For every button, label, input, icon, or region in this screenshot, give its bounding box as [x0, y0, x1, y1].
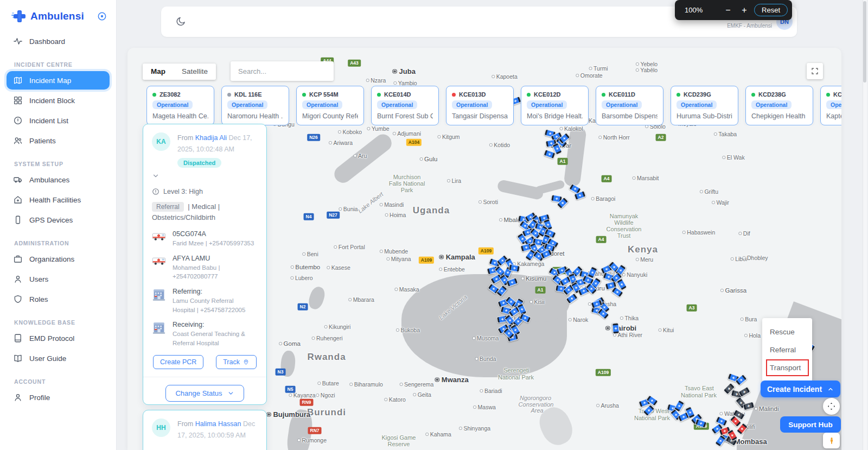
zoom-reset-button[interactable]: Reset — [754, 4, 788, 16]
chevron-up-icon — [827, 386, 834, 392]
sidebar-item-roles[interactable]: Roles — [7, 290, 110, 308]
vehicle-status-dot — [527, 93, 531, 97]
sidebar-item-incident-block[interactable]: Incident Block — [7, 91, 110, 110]
sidebar-item-profile[interactable]: Profile — [7, 388, 110, 407]
incident-map[interactable]: EzoNzaraYambioJubaKapoetaTurmiOmorateYeb… — [127, 48, 841, 450]
shield-icon — [13, 294, 23, 304]
sidebar-item-users[interactable]: Users — [7, 270, 110, 288]
reporter-name[interactable]: Khadija Ali — [195, 134, 227, 142]
facility-name: Huruma Sub-Distri... — [676, 112, 732, 120]
user-icon — [13, 392, 23, 402]
ambulance-icon — [152, 230, 167, 248]
menu-item-referral[interactable]: Referral — [762, 341, 812, 359]
briefcase-icon — [13, 254, 23, 264]
facility-card[interactable]: KCD239GOperationalHuruma Sub-Distri... — [671, 86, 738, 125]
hospital-icon — [13, 195, 23, 205]
ambulance-marker[interactable] — [544, 149, 556, 159]
facility-card[interactable]: KCE011DOperationalBarsombe Dispens... — [596, 86, 663, 125]
collapse-chevron-icon[interactable] — [152, 172, 258, 180]
section-label: ADMINISTRATION — [14, 240, 116, 246]
sidebar-item-patients[interactable]: Patients — [7, 131, 110, 150]
search-input[interactable] — [231, 61, 334, 81]
vehicle-crew: Mohamed Babu | +254702080777 — [173, 263, 255, 281]
facility-name: Tangasir Dispensary — [452, 112, 508, 120]
facility-card[interactable]: KCE013DOperationalTangasir Dispensary — [446, 86, 514, 125]
facility-name: Naromoru Health ... — [227, 112, 283, 120]
sidebar-item-gps-devices[interactable]: GPS Devices — [7, 211, 110, 229]
page-scrollbar[interactable] — [863, 0, 867, 450]
incident-panel: KA From Khadija Ali Dec 17, 2025, 10:02:… — [143, 124, 267, 405]
sidebar-item-ambulances[interactable]: Ambulances — [7, 170, 110, 189]
menu-item-transport[interactable]: Transport — [762, 359, 812, 377]
facility-name: Barsombe Dispens... — [602, 112, 658, 120]
vehicle-status-dot — [751, 93, 755, 97]
reporter-name[interactable]: Halima Hassan — [195, 420, 241, 428]
facility-card[interactable]: KDL 116EOperationalNaromoru Health ... — [221, 86, 289, 125]
facility-name: Moi's Bridge Healt... — [527, 112, 583, 120]
sidebar-item-incident-map[interactable]: Incident Map — [7, 71, 110, 90]
facility-card[interactable]: KCDOperationalKapte... — [820, 86, 841, 125]
operational-badge: Operational — [302, 100, 342, 109]
create-incident-button[interactable]: Create Incident — [761, 381, 840, 397]
alert-icon — [13, 116, 23, 125]
sidebar-item-dashboard[interactable]: Dashboard — [7, 32, 110, 50]
device-icon — [13, 215, 23, 225]
scrollbar-thumb[interactable] — [863, 1, 866, 83]
create-pcr-button[interactable]: Create PCR — [153, 355, 203, 369]
sidebar-item-health-facilities[interactable]: Health Facilities — [7, 191, 110, 209]
ambulance-marker[interactable] — [695, 419, 707, 428]
map-type-satellite[interactable]: Satellite — [174, 64, 216, 80]
facility-card[interactable]: KCP 554MOperationalMigori County Refe... — [296, 86, 364, 125]
vehicle-plate: KCP 554M — [309, 91, 339, 98]
vehicle-plate: KCE013D — [459, 91, 486, 98]
create-incident-menu: RescueReferralTransport — [762, 318, 812, 382]
fullscreen-button[interactable] — [807, 63, 823, 79]
support-hub-button[interactable]: Support Hub — [780, 416, 841, 433]
operational-badge: Operational — [527, 100, 567, 109]
user-icon — [13, 274, 23, 284]
sidebar-item-user-guide[interactable]: User Guide — [7, 349, 110, 367]
facility-card[interactable]: ZE3082OperationalMageta Health Ce... — [146, 86, 214, 125]
facility-card[interactable]: KCD238GOperationalChepkigen Health ... — [745, 86, 813, 125]
ambulance-icon — [152, 255, 167, 281]
map-type-map[interactable]: Map — [143, 64, 174, 80]
operational-badge: Operational — [826, 100, 841, 109]
map-icon — [13, 75, 23, 85]
vehicle-plate: KCD239G — [684, 91, 711, 98]
menu-item-rescue[interactable]: Rescue — [762, 323, 812, 341]
vehicle-status-dot — [826, 93, 830, 97]
vehicle-status-dot — [302, 93, 306, 97]
section-label: KNOWLEDGE BASE — [14, 319, 116, 326]
sidebar-item-emd-protocol[interactable]: EMD Protocol — [7, 329, 110, 347]
assigned-vehicles: 05CG074AFarid Mzee | +254705997353AFYA L… — [152, 230, 258, 281]
sidebar-item-label: Incident List — [29, 117, 68, 125]
hospital-icon — [152, 288, 167, 314]
pan-control[interactable] — [823, 398, 840, 415]
zoom-out-button[interactable]: − — [722, 5, 735, 15]
zoom-in-button[interactable]: + — [738, 5, 751, 15]
change-status-button[interactable]: Change Status — [165, 385, 244, 402]
pegman-streetview-icon[interactable] — [823, 433, 840, 448]
operational-badge: Operational — [676, 100, 717, 109]
status-badge: Dispatched — [177, 158, 221, 168]
sidebar-item-incident-list[interactable]: Incident List — [7, 111, 110, 130]
facility-card[interactable]: KCE012DOperationalMoi's Bridge Healt... — [521, 86, 589, 125]
target-icon[interactable] — [97, 11, 107, 22]
reporter-avatar: KA — [152, 132, 170, 151]
operational-badge: Operational — [227, 100, 267, 109]
vehicle-status-dot — [602, 93, 605, 97]
ambulance-marker[interactable] — [612, 323, 620, 334]
ambulance-marker[interactable] — [738, 386, 750, 397]
ambulance-marker[interactable] — [496, 284, 508, 297]
map-type-control: Map Satellite — [143, 64, 216, 80]
facility-name: Burnt Forest Sub C... — [377, 112, 433, 120]
sidebar-item-organizations[interactable]: Organizations — [7, 250, 110, 268]
facility-name: Kapte... — [826, 112, 841, 120]
facility-card[interactable]: KCE014DOperationalBurnt Forest Sub C... — [371, 86, 439, 125]
truck-icon — [13, 175, 23, 185]
facility-name: Mageta Health Ce... — [152, 112, 208, 120]
track-button[interactable]: Track — [216, 355, 257, 369]
alert-icon — [152, 188, 159, 195]
dark-mode-toggle[interactable] — [175, 16, 187, 27]
sidebar: Ambulensi DashboardINCIDENT CENTREIncide… — [0, 0, 117, 450]
